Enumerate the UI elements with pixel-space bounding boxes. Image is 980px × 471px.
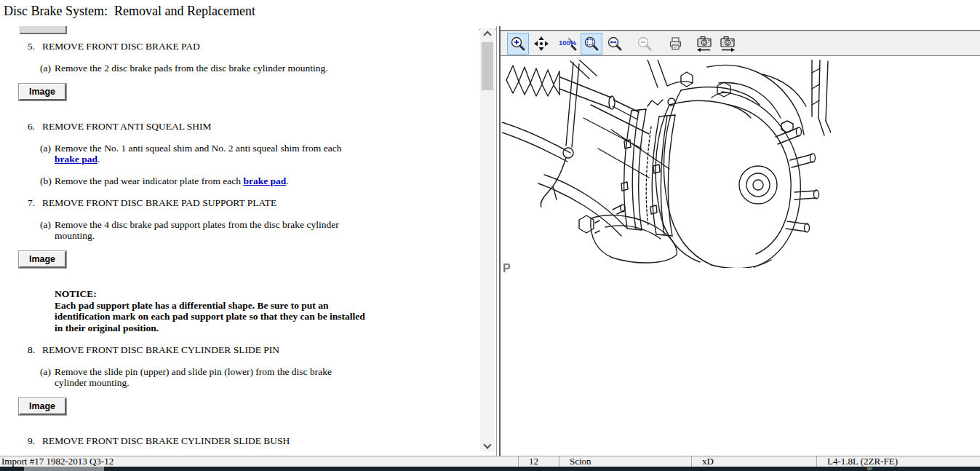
sub-step: (b)Remove the pad wear indicator plate f… xyxy=(40,175,479,186)
vertical-scrollbar[interactable] xyxy=(480,28,495,451)
notice-heading: NOTICE: xyxy=(55,288,366,300)
sub-step-label: (a) xyxy=(40,219,55,241)
step-number: 5. xyxy=(28,41,42,52)
step-number: 8. xyxy=(28,344,42,355)
app-window: Disc Brake System: Removal and Replaceme… xyxy=(0,0,980,471)
image-button[interactable]: Image xyxy=(19,84,66,100)
printer-icon xyxy=(668,36,684,52)
step-heading: 7.REMOVE FRONT DISC BRAKE PAD SUPPORT PL… xyxy=(28,197,479,208)
taskbar-edge xyxy=(0,467,980,471)
viewer-watermark: P xyxy=(503,262,511,275)
sub-step: (a)Remove the No. 1 anti squeal shim and… xyxy=(40,143,479,165)
step-title: REMOVE FRONT DISC BRAKE PAD xyxy=(42,41,200,52)
status-model: xD xyxy=(691,456,827,467)
step-title: REMOVE FRONT ANTI SQUEAL SHIM xyxy=(42,121,212,132)
scrollbar-thumb[interactable] xyxy=(482,42,493,90)
zoom-in-button[interactable] xyxy=(507,33,529,55)
step-title: REMOVE FRONT DISC BRAKE PAD SUPPORT PLAT… xyxy=(42,197,276,208)
step-title: REMOVE FRONT DISC BRAKE CYLINDER SLIDE P… xyxy=(42,344,279,355)
svg-text:100%: 100% xyxy=(559,39,577,47)
sub-step-text: Remove the 4 disc brake pad support plat… xyxy=(55,219,363,241)
image-viewer-pane: 100% xyxy=(501,26,980,456)
sub-step-text: Remove the 2 disc brake pads from the di… xyxy=(55,63,363,74)
step-number: 6. xyxy=(28,121,42,132)
camera-right-icon xyxy=(718,35,737,52)
page-title: Disc Brake System: Removal and Replaceme… xyxy=(4,4,255,19)
sub-step-label: (a) xyxy=(40,366,55,388)
step-heading: 6.REMOVE FRONT ANTI SQUEAL SHIM xyxy=(28,121,479,132)
taskbar-segment xyxy=(24,467,104,471)
image-button[interactable]: Image xyxy=(19,251,66,268)
sub-step-text: Remove the No. 1 anti squeal shim and No… xyxy=(55,143,363,165)
sub-step: (a)Remove the 4 disc brake pad support p… xyxy=(40,219,479,241)
camera-left-icon xyxy=(695,35,714,52)
fit-width-icon xyxy=(607,36,623,52)
viewer-toolbar: 100% xyxy=(501,30,980,56)
step-title: REMOVE FRONT DISC BRAKE CYLINDER SLIDE B… xyxy=(42,435,290,446)
brake-assembly-diagram xyxy=(502,60,831,268)
status-make: Scion xyxy=(559,456,702,467)
brake-pad-link[interactable]: brake pad xyxy=(243,175,286,186)
print-button[interactable] xyxy=(665,33,687,55)
step-number: 9. xyxy=(28,435,42,446)
chevron-down-icon xyxy=(483,440,491,448)
image-button[interactable]: Image xyxy=(19,398,66,415)
taskbar-icon-sliver xyxy=(867,467,872,470)
status-engine: L4-1.8L (2ZR-FE) xyxy=(816,456,980,467)
sub-step-text: Remove the pad wear indicator plate from… xyxy=(55,175,363,186)
pan-button[interactable] xyxy=(530,33,552,55)
sub-step-label: (b) xyxy=(40,175,55,186)
scroll-down-button[interactable] xyxy=(480,440,495,451)
notice-body: Each pad support plate has a differentia… xyxy=(55,300,366,334)
step-heading: 8.REMOVE FRONT DISC BRAKE CYLINDER SLIDE… xyxy=(28,344,479,355)
zoom-in-icon xyxy=(510,36,526,52)
notice-block: NOTICE:Each pad support plate has a diff… xyxy=(55,288,366,333)
fit-page-icon xyxy=(583,36,599,52)
sub-step-label: (a) xyxy=(40,143,55,165)
fit-width-button[interactable] xyxy=(604,33,626,55)
zoom-100-icon: 100% xyxy=(559,36,578,52)
sub-step: (a)Remove the slide pin (upper) and slid… xyxy=(40,366,479,388)
chevron-up-icon xyxy=(483,31,491,39)
steps-list: 5.REMOVE FRONT DISC BRAKE PAD(a)Remove t… xyxy=(0,30,479,446)
previous-image-button[interactable] xyxy=(693,33,715,55)
sub-step-text: Remove the slide pin (upper) and slide p… xyxy=(55,366,363,388)
brake-pad-link[interactable]: brake pad xyxy=(55,154,97,165)
next-image-button[interactable] xyxy=(717,33,738,55)
step-heading: 9.REMOVE FRONT DISC BRAKE CYLINDER SLIDE… xyxy=(28,435,479,446)
status-import-info: Import #17 1982-2013 Q3-12 xyxy=(1,456,113,467)
step-heading: 5.REMOVE FRONT DISC BRAKE PAD xyxy=(28,41,479,52)
zoom-out-icon xyxy=(637,36,653,52)
procedure-pane: 5.REMOVE FRONT DISC BRAKE PAD(a)Remove t… xyxy=(0,26,479,456)
status-bar: Import #17 1982-2013 Q3-12 12 Scion xD L… xyxy=(0,456,980,467)
fit-page-button[interactable] xyxy=(581,33,602,55)
scroll-up-button[interactable] xyxy=(480,28,495,39)
zoom-out-button xyxy=(634,33,656,55)
sub-step: (a)Remove the 2 disc brake pads from the… xyxy=(40,63,479,74)
zoom-100-button[interactable]: 100% xyxy=(557,33,579,55)
sub-step-label: (a) xyxy=(40,63,55,74)
step-number: 7. xyxy=(28,197,42,208)
pan-icon xyxy=(533,36,549,52)
